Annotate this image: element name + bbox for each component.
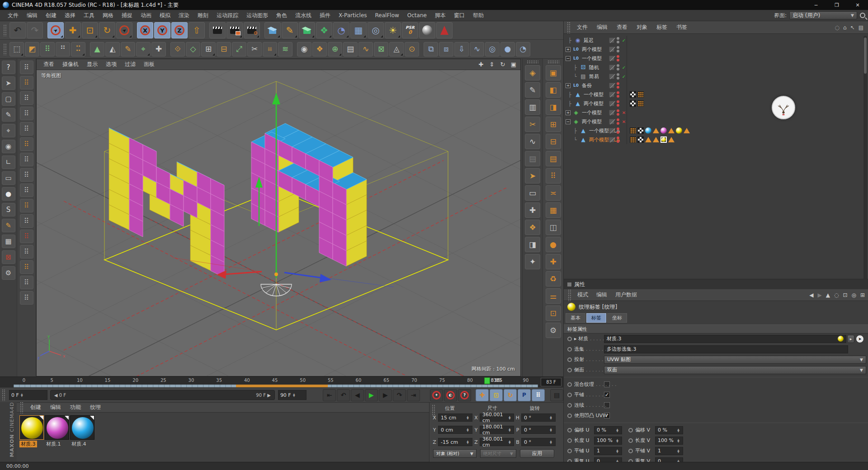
visibility-dots[interactable] <box>617 100 619 107</box>
menu-RealFlow[interactable]: RealFlow <box>371 12 403 19</box>
size-field[interactable]: 360.001 cm▲▼ <box>480 438 514 446</box>
om-layout-icon[interactable]: ▤ <box>859 24 863 31</box>
material-thumbnail[interactable] <box>70 415 94 440</box>
visibility-dot[interactable] <box>617 77 619 80</box>
snap-palette-item-2[interactable]: ⠿ <box>20 76 33 89</box>
uv-field[interactable]: 0 %▲▼ <box>594 426 622 434</box>
arrange-icon-7[interactable]: ◔ <box>516 42 530 56</box>
delete-icon[interactable]: ⊠ <box>2 250 15 264</box>
rotate-tool[interactable]: ↻ <box>99 22 115 38</box>
keyframe-radio-icon[interactable] <box>567 357 572 362</box>
object-row[interactable]: −L0一个模型 <box>564 54 868 63</box>
menu-网格[interactable]: 网格 <box>99 12 118 19</box>
snap-palette-item-8[interactable]: ⠿ <box>20 168 33 182</box>
spinner-icon[interactable]: ▲▼ <box>466 440 470 444</box>
visibility-dot[interactable] <box>617 55 619 58</box>
keyframe-radio-icon[interactable] <box>567 403 572 408</box>
layer-toggle-icon[interactable] <box>609 56 614 61</box>
material-menu-编辑[interactable]: 编辑 <box>46 404 65 411</box>
phong-tag-icon[interactable] <box>668 128 675 133</box>
visibility-dot[interactable] <box>617 50 619 52</box>
command-icon-13[interactable]: ♻ <box>546 271 561 287</box>
view-toggle-icon[interactable]: ▣ <box>509 61 518 69</box>
menu-脚本[interactable]: 脚本 <box>431 12 450 19</box>
modeling-icon-7[interactable]: ◭ <box>105 42 120 56</box>
menu-角色[interactable]: 角色 <box>272 12 291 19</box>
layer-toggle-icon[interactable] <box>609 38 614 43</box>
spinner-icon[interactable]: ▲▼ <box>615 439 619 442</box>
modeling-icon-13[interactable]: ⊞ <box>201 42 216 56</box>
view-zoom-icon[interactable]: ⇕ <box>488 61 496 69</box>
add-array-button[interactable]: ❖ <box>316 22 332 38</box>
rotation-field[interactable]: 0 °▲▼ <box>521 414 556 422</box>
interface-dropdown[interactable]: 启动 (用户) ▼ <box>789 11 857 19</box>
move-tool[interactable]: ✚ <box>65 22 81 38</box>
menu-选择[interactable]: 选择 <box>61 12 80 19</box>
attr-new-icon[interactable]: ⊞ <box>860 292 865 298</box>
om-menu-文件[interactable]: 文件 <box>572 24 592 31</box>
modeling-icon-15[interactable]: ⤢ <box>232 42 246 56</box>
add-spline-button[interactable]: ✎ <box>282 22 298 38</box>
keyframe-radio-icon[interactable] <box>567 337 572 341</box>
visibility-dot[interactable] <box>617 73 619 76</box>
palette-grip[interactable] <box>527 60 538 63</box>
render-settings-button[interactable] <box>244 22 260 38</box>
modeling-icon-3[interactable]: ⠿ <box>40 42 55 56</box>
command-icon-1[interactable]: ▣ <box>546 65 561 80</box>
menu-运动图形[interactable]: 运动图形 <box>242 12 272 19</box>
expand-icon[interactable]: + <box>566 110 571 115</box>
gear-icon[interactable]: ⚙ <box>2 266 15 280</box>
coord-mode-dropdown[interactable]: 对象 (相对)▼ <box>433 449 476 458</box>
uvw-tag-icon[interactable] <box>630 127 636 134</box>
object-row[interactable]: └▤简易✓ <box>564 72 868 81</box>
object-label[interactable]: 两个模型 <box>584 100 604 107</box>
spinner-icon[interactable]: ▲▼ <box>615 449 619 453</box>
range-end-handle[interactable]: 90 F ▶ <box>256 393 271 398</box>
selection-tag-icon[interactable] <box>630 91 636 98</box>
expand-icon[interactable]: + <box>566 83 571 88</box>
object-label[interactable]: 随机 <box>589 64 599 71</box>
command-icon-15[interactable]: ⊡ <box>546 306 561 321</box>
current-frame-spinner[interactable]: 0 F▲▼ <box>9 390 47 400</box>
spinner-icon[interactable]: ▲▼ <box>466 416 470 419</box>
visibility-dot[interactable] <box>617 109 619 112</box>
projection-dropdown[interactable]: UVW 贴图▼ <box>604 356 866 364</box>
arrange-icon-1[interactable]: ⧉ <box>424 42 438 56</box>
snap-palette-item-14[interactable]: ⠿ <box>20 260 33 274</box>
tab-标签[interactable]: 标签 <box>586 313 606 323</box>
maximize-button[interactable]: ❐ <box>826 0 847 10</box>
command-icon-3[interactable]: ◨ <box>546 99 561 115</box>
visibility-dot[interactable] <box>617 104 619 107</box>
material-thumbnail[interactable] <box>45 415 69 440</box>
plugin-cape-button[interactable] <box>436 22 453 38</box>
selection-tag-icon[interactable] <box>637 127 644 134</box>
attr-up-icon[interactable]: ▲ <box>826 292 830 298</box>
view-pan-icon[interactable]: ✚ <box>477 61 485 69</box>
keyframe-radio-icon[interactable] <box>567 414 572 418</box>
uv-field[interactable]: 0 %▲▼ <box>655 426 683 434</box>
menu-创建[interactable]: 创建 <box>42 12 61 19</box>
menu-动画[interactable]: 动画 <box>137 12 156 19</box>
uv-field[interactable]: 100 %▲▼ <box>594 437 622 445</box>
keyframe-radio-icon[interactable] <box>567 438 572 443</box>
attr-menu-模式[interactable]: 模式 <box>573 291 592 299</box>
rotation-field[interactable]: 0 °▲▼ <box>521 438 556 446</box>
current-frame-box[interactable]: 83 F <box>541 378 561 386</box>
phong-tag-icon[interactable] <box>668 137 675 142</box>
uv-field[interactable]: 1▲▼ <box>655 447 683 455</box>
layer-toggle-icon[interactable] <box>609 137 614 142</box>
collapse-icon[interactable]: − <box>566 119 571 124</box>
visibility-dot[interactable] <box>617 113 619 116</box>
material-name[interactable]: 材质.4 <box>70 441 88 447</box>
modeling-icon-10[interactable]: ✚ <box>151 42 166 56</box>
sculpt-tool-icon-3[interactable]: ▥ <box>525 99 540 115</box>
keyframe-help-button[interactable]: ? <box>458 389 471 401</box>
menu-Octane[interactable]: Octane <box>403 12 431 19</box>
autokey-button[interactable]: ◐ <box>444 389 457 401</box>
keyframe-radio-icon[interactable] <box>567 393 572 397</box>
panel-grip[interactable] <box>2 389 6 401</box>
visibility-dot[interactable] <box>617 122 619 125</box>
record-scale-toggle[interactable]: ⊡ <box>490 389 503 401</box>
material-name[interactable]: 材质.3 <box>19 441 37 447</box>
spinner-icon[interactable]: ▲▼ <box>508 416 511 419</box>
